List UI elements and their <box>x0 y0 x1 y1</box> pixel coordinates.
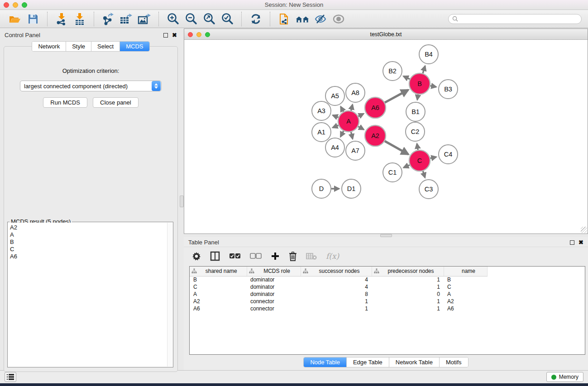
search-field[interactable] <box>448 14 582 24</box>
network-canvas[interactable]: B4B2BB3A8A5A6A3B1AA1C2A2A4A7C4CC1C3DD1 <box>184 40 588 234</box>
deselect-all-icon[interactable] <box>250 251 262 262</box>
tab-select[interactable]: Select <box>91 42 120 51</box>
task-history-button[interactable] <box>5 372 16 382</box>
edge-A-A4[interactable] <box>340 131 344 137</box>
edge-B-B3[interactable] <box>430 86 436 86</box>
table-row[interactable]: Cdominator41C <box>190 283 487 291</box>
column-header-shared-name[interactable]: shared name <box>190 267 247 276</box>
close-panel-button[interactable]: Close panel <box>93 97 139 108</box>
export-network-icon[interactable] <box>101 12 115 26</box>
node-A5[interactable]: A5 <box>325 86 344 105</box>
column-header-predecessor-nodes[interactable]: predecessor nodes <box>372 267 444 276</box>
table-tab-edge-table[interactable]: Edge Table <box>347 357 389 367</box>
column-header-successor-nodes[interactable]: successor nodes <box>301 267 372 276</box>
edge-C-C3[interactable] <box>423 171 425 177</box>
column-visibility-icon[interactable] <box>210 251 220 262</box>
edge-B-B1[interactable] <box>417 95 418 100</box>
table-tab-node-table[interactable]: Node Table <box>304 357 347 367</box>
node-A7[interactable]: A7 <box>346 141 365 160</box>
node-A6[interactable]: A6 <box>365 97 386 118</box>
edge-A-A6[interactable] <box>358 114 363 116</box>
settings-gear-icon[interactable] <box>192 251 201 262</box>
edge-A-A7[interactable] <box>351 132 353 138</box>
node-A8[interactable]: A8 <box>346 83 365 102</box>
node-A2[interactable]: A2 <box>365 125 386 146</box>
node-B1[interactable]: B1 <box>406 102 425 121</box>
node-B[interactable]: B <box>409 73 430 94</box>
edge-A2-C[interactable] <box>385 141 408 154</box>
edge-B-B2[interactable] <box>403 76 410 79</box>
hide-graphics-details-icon[interactable] <box>314 12 327 26</box>
node-D[interactable]: D <box>312 179 331 198</box>
node-C1[interactable]: C1 <box>383 163 402 182</box>
result-list-item[interactable]: C <box>10 246 165 253</box>
birds-eye-view-icon[interactable] <box>332 12 345 26</box>
node-B4[interactable]: B4 <box>419 45 438 64</box>
memory-button[interactable]: Memory <box>546 372 583 382</box>
open-session-icon[interactable] <box>8 12 22 26</box>
close-table-panel-icon[interactable]: ✖ <box>578 240 583 245</box>
network-close-button[interactable] <box>188 32 193 37</box>
column-header-name[interactable]: name <box>444 267 487 276</box>
edge-A-A2[interactable] <box>358 126 363 129</box>
zoom-fit-icon[interactable] <box>202 12 216 26</box>
network-document-icon[interactable] <box>277 12 291 26</box>
tab-network[interactable]: Network <box>32 42 66 51</box>
result-list-item[interactable]: B <box>10 238 165 246</box>
node-B3[interactable]: B3 <box>439 80 458 99</box>
result-list-item[interactable]: A <box>10 231 165 238</box>
run-mcds-button[interactable]: Run MCDS <box>43 97 87 108</box>
tab-style[interactable]: Style <box>66 42 91 51</box>
zoom-selected-icon[interactable] <box>220 12 234 26</box>
refresh-icon[interactable] <box>249 12 263 26</box>
import-table-icon[interactable] <box>73 12 86 26</box>
edge-C-C1[interactable] <box>404 165 410 168</box>
home-icon[interactable] <box>296 12 309 26</box>
zoom-in-icon[interactable] <box>166 12 180 26</box>
function-builder-icon[interactable]: f(x) <box>326 251 339 262</box>
node-A1[interactable]: A1 <box>312 123 331 142</box>
table-row[interactable]: Bdominator41B <box>190 276 487 283</box>
minimize-window-button[interactable] <box>13 2 18 8</box>
edge-A6-B[interactable] <box>385 90 408 103</box>
network-maximize-button[interactable] <box>205 32 210 37</box>
divider-gripper[interactable] <box>380 234 392 237</box>
export-table-icon[interactable] <box>120 12 133 26</box>
node-C4[interactable]: C4 <box>439 145 458 164</box>
import-network-icon[interactable] <box>55 12 68 26</box>
network-minimize-button[interactable] <box>196 32 201 37</box>
tab-mcds[interactable]: MCDS <box>120 42 149 51</box>
result-list-item[interactable]: A2 <box>10 224 165 231</box>
select-all-icon[interactable] <box>229 251 241 262</box>
column-header-MCDS-role[interactable]: MCDS role <box>247 267 301 276</box>
node-A[interactable]: A <box>338 111 359 132</box>
float-table-panel-icon[interactable] <box>570 240 574 245</box>
panel-divider-gripper[interactable] <box>180 195 184 207</box>
horizontal-divider[interactable] <box>184 234 588 237</box>
close-window-button[interactable] <box>4 2 9 8</box>
delete-column-icon[interactable] <box>289 251 297 262</box>
result-scrollbar[interactable] <box>167 223 172 367</box>
node-A3[interactable]: A3 <box>312 101 331 120</box>
edge-A-A8[interactable] <box>351 105 353 110</box>
table-row[interactable]: A6connector11A6 <box>190 305 487 312</box>
optimization-criterion-dropdown[interactable]: largest connected component (directed) <box>20 81 162 91</box>
node-table[interactable]: shared nameMCDS rolesuccessor nodesprede… <box>189 266 585 355</box>
edge-C-C4[interactable] <box>430 157 436 158</box>
close-panel-icon[interactable]: ✖ <box>172 33 177 38</box>
table-row[interactable]: Adominator80A <box>190 291 487 298</box>
maximize-window-button[interactable] <box>22 2 27 8</box>
mcds-result-list[interactable]: A2ABCA6 <box>8 223 167 367</box>
result-list-item[interactable]: A6 <box>10 253 165 260</box>
table-row[interactable]: A2connector11A2 <box>190 298 487 305</box>
table-tab-network-table[interactable]: Network Table <box>389 357 440 367</box>
edge-B-B4[interactable] <box>423 66 425 73</box>
save-session-icon[interactable] <box>26 12 40 26</box>
node-B2[interactable]: B2 <box>383 62 402 81</box>
edge-A-A3[interactable] <box>333 115 338 118</box>
float-panel-icon[interactable] <box>163 33 168 38</box>
edge-A-A1[interactable] <box>333 125 339 128</box>
node-C3[interactable]: C3 <box>419 180 438 199</box>
network-graph[interactable]: B4B2BB3A8A5A6A3B1AA1C2A2A4A7C4CC1C3DD1 <box>184 40 587 234</box>
node-C2[interactable]: C2 <box>406 122 425 141</box>
